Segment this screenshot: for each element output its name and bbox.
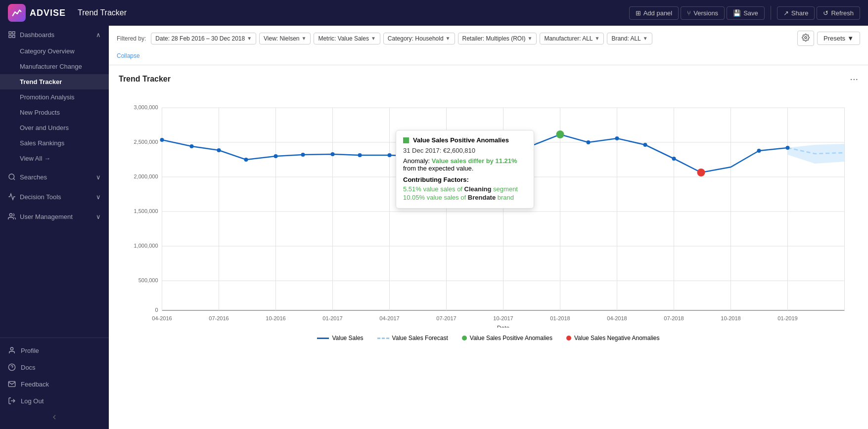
filter-metric-arrow: ▼ xyxy=(371,36,376,41)
filter-view[interactable]: View: Nielsen ▼ xyxy=(259,33,311,44)
dashboards-chevron-icon: ∧ xyxy=(96,31,101,39)
chart-legend: Value Sales Value Sales Forecast Value S… xyxy=(119,330,858,343)
svg-text:2,500,000: 2,500,000 xyxy=(134,139,158,145)
logo: ADVISE xyxy=(8,4,66,22)
chart-tooltip: Value Sales Positive Anomalies 31 Dec 20… xyxy=(396,130,534,209)
trend-chart: 3,000,000 2,500,000 2,000,000 1,500,000 … xyxy=(119,90,858,328)
versions-icon: ⑂ xyxy=(687,9,691,17)
filter-metric[interactable]: Metric: Value Sales ▼ xyxy=(314,33,380,44)
presets-button[interactable]: Presets ▼ xyxy=(817,32,860,45)
feedback-label: Feedback xyxy=(21,381,49,388)
svg-point-11 xyxy=(805,37,807,39)
svg-point-58 xyxy=(301,153,305,157)
feedback-item[interactable]: Feedback xyxy=(0,376,109,392)
refresh-button[interactable]: ↺ Refresh xyxy=(817,6,860,20)
decision-tools-group[interactable]: Decision Tools ∨ xyxy=(0,188,109,206)
refresh-icon: ↺ xyxy=(823,9,828,17)
svg-point-7 xyxy=(10,347,13,350)
svg-text:07-2016: 07-2016 xyxy=(209,315,228,321)
svg-point-57 xyxy=(274,154,278,158)
sidebar: Dashboards ∧ Category Overview Manufactu… xyxy=(0,26,109,429)
sidebar-item-promotion-analysis[interactable]: Promotion Analysis xyxy=(0,89,109,105)
svg-point-53 xyxy=(160,138,164,142)
dashboards-group[interactable]: Dashboards ∧ xyxy=(0,26,109,43)
svg-text:07-2017: 07-2017 xyxy=(436,315,456,321)
tooltip-indicator xyxy=(403,137,409,143)
svg-text:Date: Date xyxy=(497,325,510,328)
svg-point-68 xyxy=(615,136,619,140)
filter-retailer[interactable]: Retailer: Multiples (ROI) ▼ xyxy=(458,33,537,44)
svg-text:3,000,000: 3,000,000 xyxy=(134,104,158,110)
svg-rect-3 xyxy=(12,35,15,38)
filter-category-arrow: ▼ xyxy=(446,36,451,41)
decision-tools-chevron-icon: ∨ xyxy=(96,193,101,201)
svg-text:01-2017: 01-2017 xyxy=(322,315,342,321)
svg-point-55 xyxy=(217,148,221,152)
legend-value-sales: Value Sales xyxy=(317,335,363,342)
tooltip-factor-1: 5.51% value sales of Cleaning segment xyxy=(403,185,527,193)
profile-item[interactable]: Profile xyxy=(0,342,109,359)
sidebar-item-trend-tracker[interactable]: Trend Tracker xyxy=(0,74,109,89)
dashboards-label: Dashboards xyxy=(20,31,54,39)
svg-point-70 xyxy=(672,157,676,161)
filter-category[interactable]: Category: Household ▼ xyxy=(383,33,455,44)
topbar-divider xyxy=(771,6,771,20)
svg-point-67 xyxy=(587,140,591,144)
share-button[interactable]: ↗ Share xyxy=(777,6,815,20)
searches-section: Searches ∨ xyxy=(0,168,109,186)
decision-tools-label: Decision Tools xyxy=(20,193,61,201)
svg-marker-52 xyxy=(788,144,845,164)
filter-manufacturer[interactable]: Manufacturer: ALL ▼ xyxy=(540,33,604,44)
svg-text:500,000: 500,000 xyxy=(138,277,158,283)
filter-retailer-arrow: ▼ xyxy=(528,36,533,41)
searches-group[interactable]: Searches ∨ xyxy=(0,168,109,186)
chart-more-button[interactable]: ··· xyxy=(850,73,858,85)
filter-manufacturer-arrow: ▼ xyxy=(595,36,600,41)
svg-text:04-2018: 04-2018 xyxy=(607,315,627,321)
svg-text:07-2018: 07-2018 xyxy=(664,315,684,321)
legend-forecast: Value Sales Forecast xyxy=(377,335,448,342)
filter-date[interactable]: Date: 28 Feb 2016 – 30 Dec 2018 ▼ xyxy=(151,33,256,44)
svg-point-54 xyxy=(190,144,194,148)
sidebar-item-sales-rankings[interactable]: Sales Rankings xyxy=(0,135,109,151)
svg-text:10-2016: 10-2016 xyxy=(266,315,285,321)
chart-container: Trend Tracker ··· Value Sales Positive A… xyxy=(109,65,868,429)
topbar: ADVISE Trend Tracker ⊞ Add panel ⑂ Versi… xyxy=(0,0,868,26)
sidebar-collapse-button[interactable] xyxy=(0,409,109,425)
sidebar-item-over-and-unders[interactable]: Over and Unders xyxy=(0,120,109,135)
filter-date-arrow: ▼ xyxy=(247,36,252,41)
add-panel-button[interactable]: ⊞ Add panel xyxy=(629,6,679,20)
svg-point-75 xyxy=(697,169,705,176)
svg-rect-2 xyxy=(9,35,11,38)
save-button[interactable]: 💾 Save xyxy=(727,6,765,20)
filter-view-arrow: ▼ xyxy=(302,36,307,41)
svg-point-74 xyxy=(556,130,564,138)
filter-brand[interactable]: Brand: ALL ▼ xyxy=(607,33,652,44)
svg-point-59 xyxy=(331,152,335,156)
user-management-group[interactable]: User Management ∨ xyxy=(0,208,109,225)
filter-bar: Filtered by: Date: 28 Feb 2016 – 30 Dec … xyxy=(109,26,868,65)
sidebar-item-view-all[interactable]: View All → xyxy=(0,151,109,166)
legend-positive-anomalies: Value Sales Positive Anomalies xyxy=(462,335,552,342)
svg-text:10-2018: 10-2018 xyxy=(721,315,740,321)
layout: Dashboards ∧ Category Overview Manufactu… xyxy=(0,26,868,429)
user-management-chevron-icon: ∨ xyxy=(96,213,101,220)
chart-wrap: Value Sales Positive Anomalies 31 Dec 20… xyxy=(119,90,858,343)
filter-bar-right: Presets ▼ xyxy=(797,31,860,46)
logo-text: ADVISE xyxy=(30,8,66,18)
dashboards-items: Category Overview Manufacturer Change Tr… xyxy=(0,43,109,166)
dashboards-section: Dashboards ∧ Category Overview Manufactu… xyxy=(0,26,109,166)
decision-tools-section: Decision Tools ∨ xyxy=(0,188,109,206)
tooltip-factor-2: 10.05% value sales of Brendate brand xyxy=(403,194,527,201)
sidebar-item-category-overview[interactable]: Category Overview xyxy=(0,43,109,59)
versions-button[interactable]: ⑂ Versions xyxy=(681,6,725,20)
sidebar-item-new-products[interactable]: New Products xyxy=(0,105,109,120)
docs-item[interactable]: Docs xyxy=(0,359,109,376)
logout-item[interactable]: Log Out xyxy=(0,392,109,409)
collapse-link[interactable]: Collapse xyxy=(117,51,140,60)
profile-label: Profile xyxy=(21,347,39,354)
svg-text:1,000,000: 1,000,000 xyxy=(134,243,158,249)
filter-settings-button[interactable] xyxy=(797,31,814,46)
svg-rect-0 xyxy=(9,32,11,34)
sidebar-item-manufacturer-change[interactable]: Manufacturer Change xyxy=(0,59,109,74)
